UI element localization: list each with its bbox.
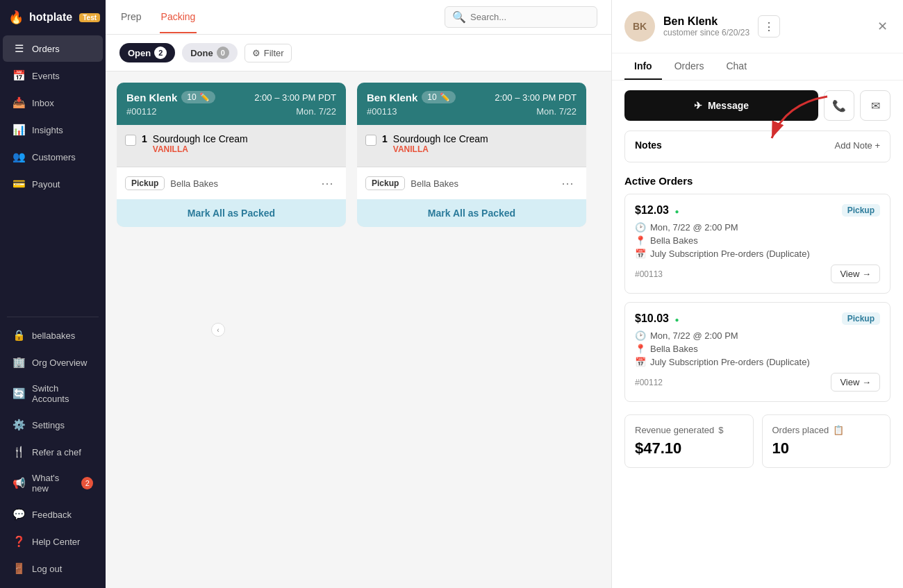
order-datetime-1: 🕑 Mon, 7/22 @ 2:00 PM	[635, 330, 880, 341]
topbar: Prep Packing 🔍	[106, 0, 611, 35]
sidebar-item-orders[interactable]: ☰ Orders	[3, 35, 103, 62]
feedback-icon: 💬	[13, 508, 25, 521]
revenue-card: Revenue generated $ $47.10	[624, 414, 754, 468]
filter-label: Filter	[264, 48, 284, 58]
revenue-value: $47.10	[635, 439, 743, 457]
sidebar-nav: ☰ Orders 📅 Events 📥 Inbox 📊 Insights 👥 C…	[0, 35, 106, 312]
tab-orders[interactable]: Orders	[665, 53, 714, 80]
phone-button[interactable]: 📞	[824, 90, 854, 121]
flame-icon: 🔥	[8, 10, 24, 25]
search-input[interactable]	[470, 12, 590, 22]
sidebar-label-events: Events	[32, 71, 60, 81]
order-num-0: #00113	[635, 269, 663, 279]
order-options-0[interactable]: ⋯	[317, 174, 338, 192]
open-filter-button[interactable]: Open 2	[119, 43, 175, 62]
sidebar-item-org-overview[interactable]: 🏢 Org Overview	[3, 349, 103, 376]
order-header-0: Ben Klenk 10 ✏️ 2:00 – 3:00 PM PDT #0011…	[117, 83, 346, 125]
calendar-icon-1: 📅	[635, 357, 646, 367]
order-customer-1: Ben Klenk	[367, 92, 417, 103]
message-button[interactable]: ✈ Message	[624, 90, 818, 121]
sidebar-label-logout: Log out	[32, 564, 62, 574]
sidebar-label-inbox: Inbox	[32, 98, 54, 108]
order-item-row: 1 Sourdough Ice Cream VANILLA	[365, 133, 578, 154]
footer-shop-1: Bella Bakes	[411, 178, 458, 189]
order-column-1: Ben Klenk 10 ✏️ 2:00 – 3:00 PM PDT #0011…	[357, 83, 586, 227]
order-body-0: 1 Sourdough Ice Cream VANILLA	[117, 125, 346, 167]
active-dot-0: ●	[674, 208, 679, 215]
insights-icon: 📊	[13, 124, 25, 136]
sidebar-item-settings[interactable]: ⚙️ Settings	[3, 412, 103, 438]
email-icon: ✉	[871, 99, 880, 112]
sidebar-label-settings: Settings	[32, 420, 65, 430]
sidebar-item-feedback[interactable]: 💬 Feedback	[3, 501, 103, 528]
tab-chat[interactable]: Chat	[716, 53, 756, 80]
filter-icon: ⚙	[252, 48, 260, 58]
tab-packing[interactable]: Packing	[160, 1, 197, 33]
sidebar-label-whats-new: What's new	[32, 473, 74, 494]
item-name: Sourdough Ice Cream	[153, 133, 248, 144]
item-name: Sourdough Ice Cream	[393, 133, 488, 144]
order-number-1: #00113	[367, 106, 397, 117]
order-event-1: 📅 July Subscription Pre-orders (Duplicat…	[635, 357, 880, 367]
app-name: hotplate	[29, 11, 72, 24]
item-variant: VANILLA	[153, 144, 248, 154]
sidebar-item-inbox[interactable]: 📥 Inbox	[3, 90, 103, 116]
done-label: Done	[190, 48, 213, 58]
location-icon: 📍	[635, 235, 646, 246]
order-shop-0: 📍 Bella Bakes	[635, 235, 880, 246]
customer-avatar: BK	[624, 11, 655, 42]
order-num-1: #00112	[635, 378, 663, 387]
search-icon: 🔍	[452, 10, 466, 24]
order-amount-1: $10.03	[635, 312, 669, 324]
calendar-icon: 📅	[635, 249, 646, 259]
sidebar-item-whats-new[interactable]: 📢 What's new 2	[3, 466, 103, 501]
mark-packed-btn-1[interactable]: Mark All as Packed	[357, 199, 586, 227]
panel-header: BK Ben Klenk customer since 6/20/23 ⋮ ✕	[612, 0, 903, 53]
sidebar-item-bellabakes[interactable]: 🔒 bellabakes	[3, 322, 103, 348]
sidebar-item-customers[interactable]: 👥 Customers	[3, 144, 103, 170]
tab-info[interactable]: Info	[624, 53, 662, 80]
org-icon: 🏢	[13, 356, 25, 369]
order-footer-1: Pickup Bella Bakes ⋯	[357, 167, 586, 199]
sidebar-label-orders: Orders	[32, 44, 60, 54]
order-customer-0: Ben Klenk	[126, 92, 177, 103]
panel-options-button[interactable]: ⋮	[758, 15, 780, 37]
panel-close-button[interactable]: ✕	[875, 16, 890, 37]
view-order-btn-0[interactable]: View →	[831, 264, 880, 283]
sidebar-item-switch-accounts[interactable]: 🔄 Switch Accounts	[3, 376, 103, 411]
switch-icon: 🔄	[13, 387, 25, 400]
active-orders-title: Active Orders	[612, 175, 903, 194]
item-checkbox[interactable]	[365, 135, 376, 146]
order-number-0: #00112	[126, 106, 156, 117]
mark-packed-btn-0[interactable]: Mark All as Packed	[117, 199, 346, 227]
done-count-badge: 0	[217, 47, 229, 59]
collapse-sidebar-arrow[interactable]: ‹	[211, 323, 225, 337]
customer-since: customer since 6/20/23	[663, 28, 749, 37]
done-filter-button[interactable]: Done 0	[182, 43, 238, 62]
sidebar-item-log-out[interactable]: 🚪 Log out	[3, 555, 103, 582]
customer-name: Ben Klenk	[663, 15, 749, 28]
add-note-button[interactable]: Add Note +	[835, 140, 880, 151]
item-checkbox[interactable]	[125, 135, 136, 146]
order-options-1[interactable]: ⋯	[557, 174, 578, 192]
order-time-1: 2:00 – 3:00 PM PDT	[495, 92, 577, 103]
footer-shop-0: Bella Bakes	[170, 178, 218, 189]
tab-prep[interactable]: Prep	[119, 1, 143, 33]
view-order-btn-1[interactable]: View →	[831, 373, 880, 392]
events-icon: 📅	[13, 69, 25, 82]
order-badge-1: 10 ✏️	[422, 91, 455, 103]
sidebar-item-refer-chef[interactable]: 🍴 Refer a chef	[3, 439, 103, 465]
sidebar-label-payout: Payout	[32, 179, 60, 190]
sidebar-item-events[interactable]: 📅 Events	[3, 62, 103, 89]
pickup-tag-1: Pickup	[842, 312, 880, 325]
message-label: Message	[708, 100, 749, 111]
clock-icon-1: 🕑	[635, 330, 646, 341]
dollar-icon: $	[718, 425, 723, 435]
email-button[interactable]: ✉	[860, 90, 890, 121]
sidebar-item-insights[interactable]: 📊 Insights	[3, 117, 103, 143]
logout-icon: 🚪	[13, 562, 25, 575]
sidebar-item-payout[interactable]: 💳 Payout	[3, 171, 103, 197]
sidebar-item-help-center[interactable]: ❓ Help Center	[3, 528, 103, 555]
filter-button[interactable]: ⚙ Filter	[245, 44, 292, 62]
filters-row: Open 2 Done 0 ⚙ Filter	[106, 35, 611, 72]
